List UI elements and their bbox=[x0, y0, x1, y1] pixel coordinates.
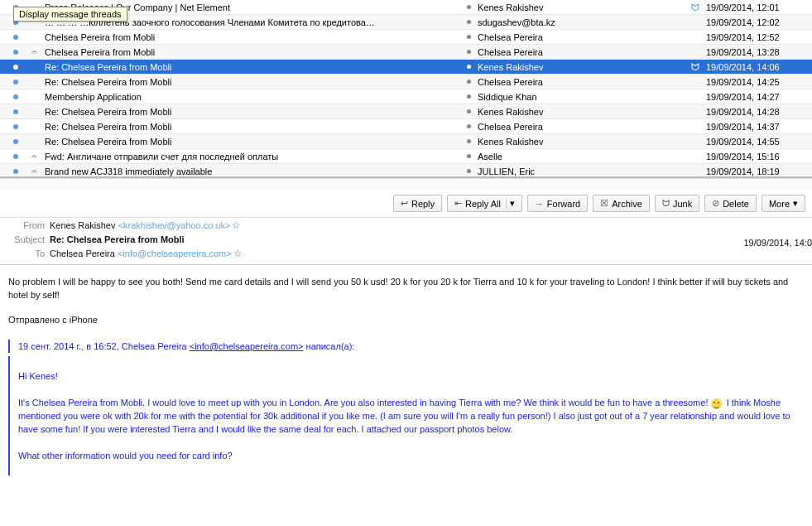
flame-icon: ᗢ bbox=[662, 198, 670, 209]
message-body: No problem I will be happy to see you bo… bbox=[0, 268, 812, 526]
message-row[interactable]: Membership ApplicationSiddique Khan19/09… bbox=[0, 89, 812, 104]
unread-dot-icon bbox=[7, 169, 25, 174]
row-date: 19/09/2014, 14:37 bbox=[706, 122, 805, 132]
chevron-down-icon: ▾ bbox=[793, 198, 798, 209]
from-value: Kenes Rakishev <krakhishev@yahoo.co.uk>☆ bbox=[50, 220, 241, 231]
unread-dot-icon bbox=[7, 124, 25, 129]
reply-all-button[interactable]: ⇤Reply All▾ bbox=[447, 195, 522, 212]
message-row[interactable]: Chelsea Pereira from MobliChelsea Pereir… bbox=[0, 30, 812, 45]
row-date: 19/09/2014, 14:06 bbox=[706, 62, 805, 72]
chevron-down-icon[interactable]: ▾ bbox=[506, 198, 515, 209]
row-sender: Kenes Rakishev bbox=[478, 2, 685, 12]
sender-dot-icon bbox=[459, 154, 478, 158]
row-subject: Re: Chelsea Pereira from Mobli bbox=[43, 137, 459, 147]
signature: Отправлено с iPhone bbox=[8, 313, 804, 326]
list-scrollbar-track[interactable] bbox=[0, 178, 812, 190]
from-label: From bbox=[8, 220, 50, 230]
delete-label: Delete bbox=[723, 199, 749, 209]
sender-dot-icon bbox=[459, 20, 478, 24]
forward-button[interactable]: →Forward bbox=[527, 195, 588, 212]
row-sender: Chelsea Pereira bbox=[478, 77, 685, 87]
quote-header: 19 сент. 2014 г., в 16:52, Chelsea Perei… bbox=[8, 340, 804, 353]
message-row[interactable]: Re: Chelsea Pereira from MobliKenes Raki… bbox=[0, 134, 812, 149]
more-label: More bbox=[769, 199, 790, 209]
row-date: 19/09/2014, 12:02 bbox=[706, 17, 805, 27]
delete-button[interactable]: ⊘Delete bbox=[704, 195, 757, 212]
reply-button[interactable]: ↩Reply bbox=[393, 195, 442, 212]
archive-label: Archive bbox=[612, 199, 642, 209]
sender-dot-icon bbox=[459, 65, 478, 69]
attachment-icon: 𝄐 bbox=[25, 46, 43, 58]
attachment-icon: 𝄐 bbox=[25, 166, 43, 177]
row-date: 19/09/2014, 14:55 bbox=[706, 137, 805, 147]
smile-emoji-icon bbox=[711, 398, 722, 409]
unread-dot-icon bbox=[7, 80, 25, 84]
header-date: 19/09/2014, 14:0 bbox=[743, 238, 812, 248]
reply-icon: ↩ bbox=[401, 198, 408, 209]
star-icon[interactable]: ☆ bbox=[233, 248, 243, 259]
row-date: 19/09/2014, 13:28 bbox=[706, 47, 805, 57]
unread-dot-icon bbox=[7, 154, 25, 159]
message-row[interactable]: Re: Chelsea Pereira from MobliChelsea Pe… bbox=[0, 75, 812, 89]
message-header: From Kenes Rakishev <krakhishev@yahoo.co… bbox=[0, 218, 812, 261]
unread-dot-icon bbox=[7, 109, 25, 114]
unread-dot-icon bbox=[7, 94, 25, 99]
sender-dot-icon bbox=[459, 124, 478, 128]
message-row[interactable]: 𝄐Brand new ACJ318 immediately availableJ… bbox=[0, 164, 812, 178]
unread-dot-icon bbox=[7, 35, 25, 40]
row-subject: Re: Chelsea Pereira from Mobli bbox=[43, 107, 459, 117]
to-label: To bbox=[8, 249, 50, 258]
row-sender: JULLIEN, Eric bbox=[478, 166, 685, 176]
forward-label: Forward bbox=[547, 199, 580, 209]
message-row[interactable]: 𝄐Fwd: Англичане отправили счет для после… bbox=[0, 149, 812, 164]
unread-dot-icon bbox=[7, 139, 25, 144]
row-date: 19/09/2014, 15:16 bbox=[706, 152, 805, 162]
row-sender: Chelsea Pereira bbox=[478, 47, 685, 57]
row-subject: Chelsea Pereira from Mobli bbox=[43, 32, 459, 42]
row-subject: Fwd: Англичане отправили счет для послед… bbox=[43, 152, 459, 162]
row-sender: Siddique Khan bbox=[478, 92, 685, 102]
sender-dot-icon bbox=[459, 109, 478, 113]
message-row[interactable]: 𝄐Chelsea Pereira from MobliChelsea Perei… bbox=[0, 45, 812, 60]
sender-dot-icon bbox=[459, 80, 478, 84]
body-paragraph: No problem I will be happy to see you bo… bbox=[8, 275, 804, 302]
row-sender: Chelsea Pereira bbox=[478, 122, 685, 132]
junk-button[interactable]: ᗢJunk bbox=[655, 195, 699, 212]
divider bbox=[0, 264, 812, 265]
sender-dot-icon bbox=[459, 50, 478, 54]
sender-dot-icon bbox=[459, 169, 478, 173]
more-button[interactable]: More ▾ bbox=[762, 195, 805, 212]
row-date: 19/09/2014, 12:01 bbox=[706, 2, 805, 12]
row-subject: Re: Chelsea Pereira from Mobli bbox=[43, 62, 459, 72]
flame-icon: ᗢ bbox=[685, 61, 706, 73]
message-row[interactable]: Re: Chelsea Pereira from MobliChelsea Pe… bbox=[0, 119, 812, 134]
quoted-message: Hi Kenes! It's Chelsea Pereira from Mobl… bbox=[8, 356, 804, 475]
archive-button[interactable]: ☒Archive bbox=[593, 195, 650, 212]
to-value: Chelsea Pereira <info@chelseapereira.com… bbox=[50, 248, 243, 259]
row-sender: Aselle bbox=[478, 152, 685, 162]
row-date: 19/09/2014, 14:27 bbox=[706, 92, 805, 102]
attachment-icon: 𝄐 bbox=[25, 151, 43, 162]
archive-icon: ☒ bbox=[600, 198, 608, 209]
star-icon[interactable]: ☆ bbox=[232, 220, 241, 231]
message-list: Press Releases | Our Company | Net Eleme… bbox=[0, 0, 812, 178]
message-row[interactable]: Re: Chelsea Pereira from MobliKenes Raki… bbox=[0, 60, 812, 75]
row-date: 19/09/2014, 14:25 bbox=[706, 77, 805, 87]
sender-dot-icon bbox=[459, 5, 478, 9]
forward-icon: → bbox=[535, 199, 544, 209]
unread-dot-icon bbox=[7, 65, 25, 70]
row-subject: Re: Chelsea Pereira from Mobli bbox=[43, 77, 459, 87]
reply-all-icon: ⇤ bbox=[454, 198, 462, 209]
row-subject: Chelsea Pereira from Mobli bbox=[43, 47, 459, 57]
tooltip-display-threads: Display message threads bbox=[13, 7, 127, 22]
reply-all-label: Reply All bbox=[465, 199, 501, 209]
message-row[interactable]: Re: Chelsea Pereira from MobliKenes Raki… bbox=[0, 104, 812, 119]
quoted-email-link[interactable]: <info@chelseapereira.com> bbox=[190, 341, 304, 351]
message-toolbar: ↩Reply ⇤Reply All▾ →Forward ☒Archive ᗢJu… bbox=[0, 190, 812, 218]
junk-label: Junk bbox=[673, 199, 692, 209]
subject-value: Re: Chelsea Pereira from Mobli bbox=[50, 234, 185, 244]
row-subject: Membership Application bbox=[43, 92, 459, 102]
reply-label: Reply bbox=[411, 199, 435, 209]
row-date: 19/09/2014, 12:52 bbox=[706, 32, 805, 42]
row-date: 19/09/2014, 18:19 bbox=[706, 166, 805, 176]
